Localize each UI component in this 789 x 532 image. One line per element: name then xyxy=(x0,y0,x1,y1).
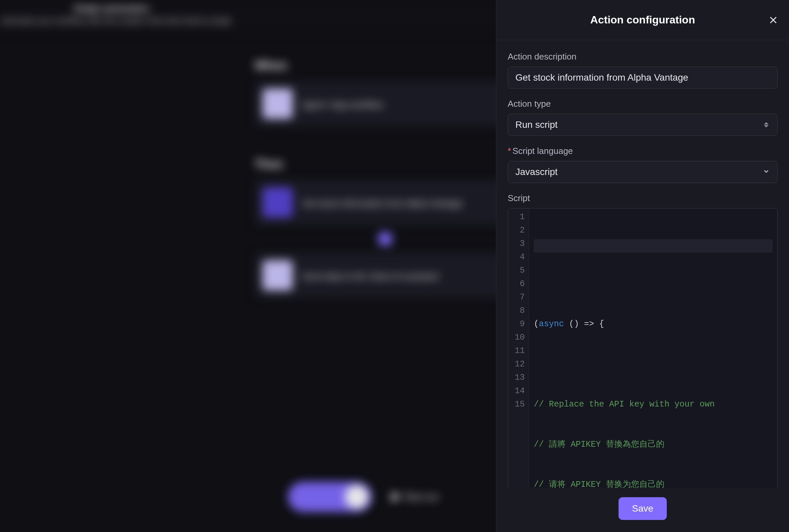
action-type-value: Run script xyxy=(515,119,557,130)
code-gutter: 1 2 3 4 5 6 7 8 9 10 11 12 13 14 15 xyxy=(508,208,529,488)
bg-card-then-2: Send data to the Vision AI assistant xyxy=(255,252,516,299)
panel-title: Action configuration xyxy=(590,14,695,26)
label-action-description: Action description xyxy=(508,52,777,62)
bg-card-when: Agent / App workflow xyxy=(255,81,516,127)
bg-toggle xyxy=(288,482,372,512)
label-action-type: Action type xyxy=(508,99,777,109)
bg-test-run: Test run xyxy=(392,491,439,502)
bg-subtitle: Automate your workflow with this simple … xyxy=(0,16,232,25)
bg-then-heading: Then xyxy=(255,157,516,171)
code-line-3 xyxy=(534,358,773,371)
action-type-select[interactable]: Run script xyxy=(508,114,777,136)
label-script: Script xyxy=(508,193,777,204)
bg-when-heading: When xyxy=(255,59,516,73)
field-action-type: Action type Run script xyxy=(508,99,777,136)
chevron-up-down-icon xyxy=(763,121,770,129)
code-line-6: // 请将 APIKEY 替换为您自己的 xyxy=(534,478,773,488)
code-line-1 xyxy=(534,278,773,291)
field-script-language: *Script language Javascript xyxy=(508,146,777,183)
panel-body: Action description Get stock information… xyxy=(496,40,789,488)
save-button[interactable]: Save xyxy=(619,497,667,520)
active-line-highlight xyxy=(534,239,773,253)
bg-card-then-1: Get stock information from Alpha Vantage xyxy=(255,179,516,226)
action-description-input[interactable]: Get stock information from Alpha Vantage xyxy=(508,66,777,89)
action-config-panel: Action configuration Action description … xyxy=(496,0,789,532)
script-language-value: Javascript xyxy=(515,167,557,177)
field-action-description: Action description Get stock information… xyxy=(508,52,777,89)
code-line-2: (async () => { xyxy=(534,318,773,331)
bg-title: Single automation xyxy=(74,3,149,14)
chevron-down-icon xyxy=(763,167,770,177)
label-script-language: *Script language xyxy=(508,146,777,156)
close-icon[interactable] xyxy=(768,15,778,25)
code-line-5: // 請將 APIKEY 替換為您自己的 xyxy=(534,438,773,451)
field-script: Script 1 2 3 4 5 6 7 8 9 10 11 12 13 14 xyxy=(508,193,777,488)
script-editor[interactable]: 1 2 3 4 5 6 7 8 9 10 11 12 13 14 15 xyxy=(508,208,777,488)
required-star: * xyxy=(508,146,511,156)
script-language-select[interactable]: Javascript xyxy=(508,161,777,183)
code-content[interactable]: (async () => { // Replace the API key wi… xyxy=(529,208,777,488)
panel-footer: Save xyxy=(496,488,789,532)
action-description-value: Get stock information from Alpha Vantage xyxy=(515,72,688,83)
panel-header: Action configuration xyxy=(496,0,789,40)
code-line-4: // Replace the API key with your own xyxy=(534,398,773,411)
